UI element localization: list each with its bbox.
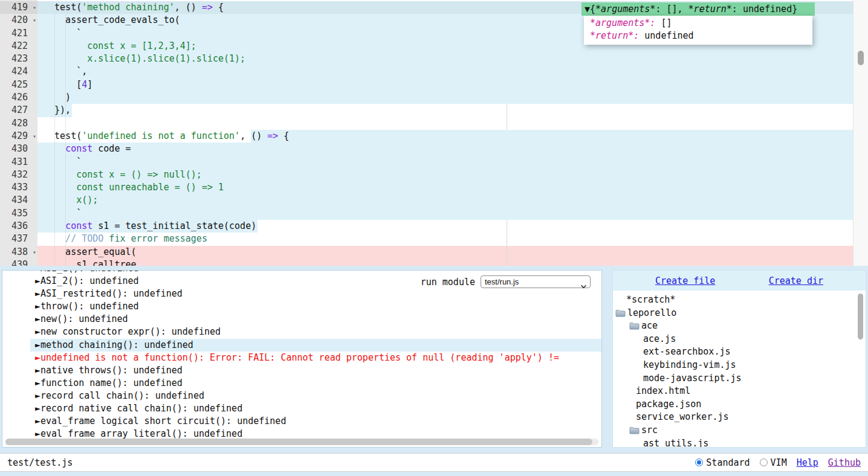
code-line[interactable]: `: [37, 156, 853, 169]
code-line[interactable]: ): [37, 91, 853, 104]
help-link[interactable]: Help: [797, 457, 818, 468]
tooltip-entry[interactable]: *arguments*: []: [590, 17, 806, 30]
code-line[interactable]: const x = () => null();: [37, 169, 853, 181]
tree-item[interactable]: service_worker.js: [613, 411, 866, 424]
result-item-label: eval_frame logical short circuit(): unde…: [40, 416, 286, 426]
tree-item[interactable]: keybinding-vim.js: [613, 359, 866, 372]
tree-item[interactable]: leporello: [613, 307, 866, 320]
tree-item-label: service_worker.js: [636, 411, 729, 424]
expand-arrow-icon[interactable]: ►: [35, 390, 40, 401]
create-dir-link[interactable]: Create dir: [769, 275, 823, 286]
expand-arrow-icon[interactable]: ►: [35, 365, 40, 376]
expand-arrow-icon[interactable]: ►: [35, 428, 40, 439]
code-line[interactable]: [37, 117, 853, 130]
result-item[interactable]: ►throw(): undefined: [30, 300, 601, 313]
code-line[interactable]: `,: [37, 65, 853, 78]
result-item[interactable]: ►method chaining(): undefined: [30, 339, 601, 352]
result-item[interactable]: ►new(): undefined: [30, 313, 601, 326]
tree-item[interactable]: mode-javascript.js: [613, 372, 866, 385]
tree-item[interactable]: *scratch*: [613, 294, 866, 307]
tree-item[interactable]: ace.js: [613, 333, 866, 346]
expand-arrow-icon[interactable]: ►: [35, 314, 40, 324]
tree-item[interactable]: index.html: [613, 385, 866, 398]
expand-collapse-icon[interactable]: ▼: [585, 4, 590, 14]
tooltip-entry[interactable]: *return*: undefined: [590, 30, 806, 42]
line-number: 429▾: [0, 130, 37, 143]
line-number: 424: [0, 65, 37, 78]
github-link[interactable]: Github: [828, 457, 861, 468]
radio-vim-label[interactable]: VIM: [771, 457, 787, 468]
code-line[interactable]: [4]: [37, 79, 853, 91]
code-line[interactable]: const code =: [37, 143, 853, 155]
create-file-link[interactable]: Create file: [655, 275, 715, 286]
fold-arrow-icon[interactable]: ▾: [33, 246, 36, 259]
code-editor[interactable]: 419▾420▾421422423424425426427428429▾4304…: [0, 0, 868, 266]
expand-arrow-icon[interactable]: ►: [35, 270, 40, 274]
expand-arrow-icon[interactable]: ►: [35, 416, 40, 426]
tree-item[interactable]: src: [613, 424, 866, 437]
expand-arrow-icon[interactable]: ►: [35, 288, 40, 299]
result-item[interactable]: ►function name(): undefined: [30, 377, 601, 390]
expand-arrow-icon[interactable]: ►: [35, 301, 40, 312]
result-item-label: ASI_1(): undefined: [40, 270, 139, 274]
code-line[interactable]: // TODO fix error messages: [37, 233, 853, 245]
code-line[interactable]: const unreachable = () => 1: [37, 181, 853, 194]
result-item-label: ASI_2(): undefined: [40, 275, 139, 286]
radio-selected-icon[interactable]: [695, 458, 703, 466]
test-results-list: ►ASI_1(): undefined►ASI_2(): undefined►A…: [2, 271, 601, 440]
result-item[interactable]: ►new constructor expr(): undefined: [30, 326, 601, 338]
result-item[interactable]: ►ASI_1(): undefined: [30, 270, 601, 275]
file-tree-scrollbar-thumb[interactable]: [858, 294, 863, 339]
code-line[interactable]: `: [37, 207, 853, 220]
result-item[interactable]: ►ASI_restrited(): undefined: [30, 288, 601, 300]
code-line[interactable]: }),: [37, 104, 853, 117]
result-item[interactable]: ►native throws(): undefined: [30, 364, 601, 377]
code-line[interactable]: s1.calltree: [37, 259, 853, 266]
file-tree: *scratch*leporelloaceace.jsext-searchbox…: [613, 291, 866, 447]
value-tooltip-header[interactable]: ▼{*arguments*: [], *return*: undefined}: [581, 2, 815, 16]
fold-arrow-icon[interactable]: ▾: [33, 14, 36, 27]
code-line[interactable]: assert_equal(: [37, 246, 853, 259]
code-text: x();: [37, 194, 853, 207]
test-results-panel: ►ASI_1(): undefined►ASI_2(): undefined►A…: [2, 270, 602, 448]
run-module-label: run module: [421, 277, 475, 288]
code-line[interactable]: test('undefined is not a function', () =…: [37, 130, 853, 143]
code-text: const s1 = test_initial_state(code): [37, 220, 853, 233]
result-item[interactable]: ►undefined is not a function(): Error: F…: [30, 352, 601, 364]
code-line[interactable]: x.slice(1).slice(1).slice(1);: [37, 53, 853, 65]
code-line[interactable]: x();: [37, 194, 853, 207]
expand-arrow-icon[interactable]: ►: [35, 378, 40, 388]
results-horizontal-scrollbar-thumb[interactable]: [5, 439, 592, 445]
results-horizontal-scrollbar[interactable]: [5, 439, 598, 445]
tree-item[interactable]: package.json: [613, 398, 866, 411]
tree-item[interactable]: ext-searchbox.js: [613, 346, 866, 359]
expand-arrow-icon[interactable]: ►: [35, 339, 40, 350]
expand-arrow-icon[interactable]: ►: [35, 275, 40, 286]
line-number: 432: [0, 169, 37, 181]
line-number: 434: [0, 194, 37, 207]
fold-arrow-icon[interactable]: ▾: [33, 130, 36, 143]
tree-item-label: ace: [641, 320, 658, 333]
expand-arrow-icon[interactable]: ►: [35, 403, 40, 414]
run-module-select[interactable]: test/run.js: [481, 275, 591, 288]
code-text: const code =: [37, 143, 853, 155]
code-line[interactable]: const s1 = test_initial_state(code): [37, 220, 853, 233]
fold-arrow-icon[interactable]: ▾: [33, 1, 36, 14]
keybinding-radio-standard[interactable]: Standard: [695, 457, 750, 468]
editor-scrollbar[interactable]: [853, 0, 868, 266]
editor-scrollbar-thumb[interactable]: [858, 51, 864, 65]
expand-arrow-icon[interactable]: ►: [35, 352, 40, 363]
result-item-label: throw(): undefined: [40, 301, 139, 312]
tree-item-label: mode-javascript.js: [643, 372, 742, 385]
tree-item[interactable]: ast_utils.js: [613, 437, 866, 448]
result-item[interactable]: ►record call chain(): undefined: [30, 390, 601, 402]
result-item[interactable]: ►record native call chain(): undefined: [30, 402, 601, 415]
radio-standard-label[interactable]: Standard: [706, 457, 750, 468]
expand-arrow-icon[interactable]: ►: [35, 326, 40, 337]
tree-item[interactable]: ace: [613, 320, 866, 333]
keybinding-radio-vim[interactable]: VIM: [760, 457, 787, 468]
result-item[interactable]: ►eval_frame logical short circuit(): und…: [30, 415, 601, 428]
radio-unselected-icon[interactable]: [760, 458, 768, 466]
line-number: 427: [0, 104, 37, 117]
line-number: 423: [0, 53, 37, 65]
